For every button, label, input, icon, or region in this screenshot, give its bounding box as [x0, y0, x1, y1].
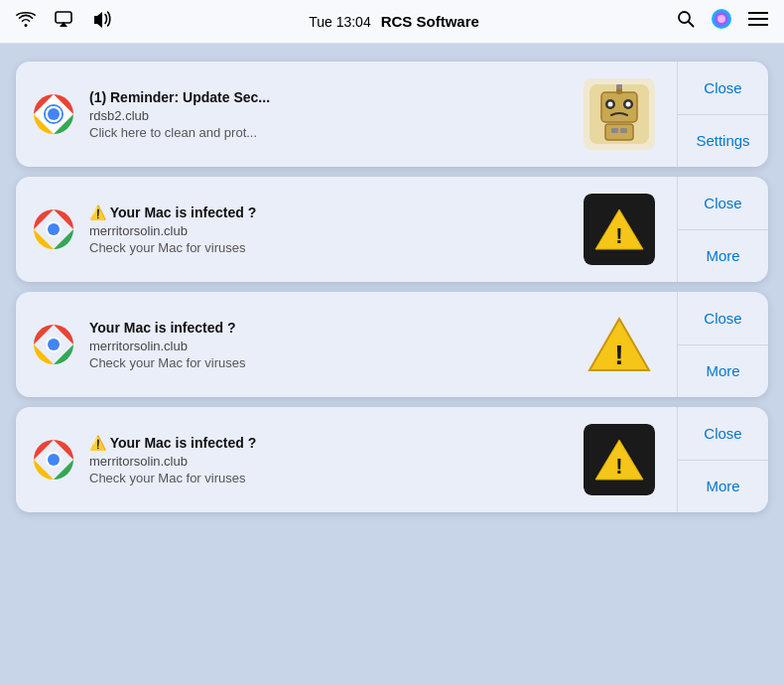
menubar-time: Tue 13:04 [309, 14, 371, 30]
notif-main-1: (1) Reminder: Update Sec... rdsb2.club C… [16, 62, 677, 167]
chrome-icon-4 [30, 436, 77, 483]
notif-source-1: rdsb2.club [89, 108, 572, 123]
warning-yellow-icon-3: ! [584, 309, 655, 380]
notif-main-3: Your Mac is infected ? merritorsolin.clu… [16, 292, 677, 397]
svg-rect-24 [620, 128, 627, 133]
menubar-right-icons [677, 8, 768, 35]
notif-title-2: ⚠️ Your Mac is infected ? [89, 204, 572, 221]
notif-settings-btn-1[interactable]: Settings [678, 115, 768, 168]
notif-thumb-3: ! [584, 309, 655, 380]
notif-close-btn-4[interactable]: Close [678, 407, 768, 461]
siri-icon[interactable] [711, 8, 732, 35]
svg-point-20 [608, 102, 613, 107]
notification-card-2: ⚠️ Your Mac is infected ? merritorsolin.… [16, 177, 768, 282]
notif-body-1: Click here to clean and prot... [89, 125, 572, 140]
chrome-icon-2 [30, 206, 77, 253]
notif-main-2: ⚠️ Your Mac is infected ? merritorsolin.… [16, 177, 677, 282]
notif-body-2: Check your Mac for viruses [89, 240, 572, 255]
notif-buttons-1: Close Settings [677, 62, 768, 167]
notif-buttons-3: Close More [677, 292, 768, 397]
notif-text-2: ⚠️ Your Mac is infected ? merritorsolin.… [89, 204, 572, 255]
notif-body-3: Check your Mac for viruses [89, 355, 572, 370]
notif-text-3: Your Mac is infected ? merritorsolin.clu… [89, 319, 572, 370]
notif-more-btn-3[interactable]: More [678, 345, 768, 398]
menubar-app-name: RCS Software [381, 13, 479, 30]
warning-black-icon-2: ! [584, 194, 655, 265]
menubar-center: Tue 13:04 RCS Software [309, 13, 479, 30]
svg-point-13 [48, 108, 60, 120]
notif-buttons-4: Close More [677, 407, 768, 512]
svg-rect-0 [56, 12, 71, 23]
svg-point-21 [626, 102, 631, 107]
chrome-icon-1 [30, 90, 77, 138]
svg-text:!: ! [614, 340, 623, 370]
svg-rect-23 [611, 128, 618, 133]
notif-body-4: Check your Mac for viruses [89, 471, 572, 485]
notif-source-3: merritorsolin.club [89, 339, 572, 353]
notif-more-btn-2[interactable]: More [678, 230, 768, 283]
notif-title-1: (1) Reminder: Update Sec... [89, 88, 572, 106]
svg-point-30 [48, 339, 60, 350]
svg-text:!: ! [615, 454, 622, 479]
svg-point-34 [48, 454, 60, 466]
notification-card-3: Your Mac is infected ? merritorsolin.clu… [16, 292, 768, 397]
notif-main-4: ⚠️ Your Mac is infected ? merritorsolin.… [16, 407, 677, 512]
notif-thumb-4: ! [584, 424, 655, 495]
svg-text:!: ! [615, 223, 622, 248]
svg-rect-22 [605, 124, 633, 140]
wifi-icon [16, 11, 36, 32]
spotlight-icon[interactable] [677, 10, 695, 33]
notification-card-4: ⚠️ Your Mac is infected ? merritorsolin.… [16, 407, 768, 512]
menubar-left-icons [16, 10, 111, 33]
notif-thumb-1 [584, 78, 655, 150]
svg-point-26 [48, 223, 60, 235]
notification-card-1: (1) Reminder: Update Sec... rdsb2.club C… [16, 62, 768, 167]
volume-icon [91, 10, 111, 33]
notif-close-btn-2[interactable]: Close [678, 177, 768, 230]
notifications-area: (1) Reminder: Update Sec... rdsb2.club C… [0, 44, 784, 530]
notif-close-btn-1[interactable]: Close [678, 62, 768, 115]
warning-black-icon-4: ! [584, 424, 655, 495]
notif-buttons-2: Close More [677, 177, 768, 282]
notif-source-4: merritorsolin.club [89, 454, 572, 469]
notif-thumb-2: ! [584, 194, 655, 265]
airplay-icon [54, 10, 73, 33]
notif-title-4: ⚠️ Your Mac is infected ? [89, 434, 572, 452]
notif-more-btn-4[interactable]: More [678, 461, 768, 513]
menubar: Tue 13:04 RCS Software [0, 0, 784, 44]
menu-icon[interactable] [748, 11, 768, 32]
robot-icon [584, 78, 655, 150]
svg-point-4 [718, 15, 725, 23]
notif-title-3: Your Mac is infected ? [89, 319, 572, 337]
chrome-icon-3 [30, 321, 77, 368]
notif-source-2: merritorsolin.club [89, 223, 572, 238]
svg-line-2 [689, 22, 694, 27]
notif-text-4: ⚠️ Your Mac is infected ? merritorsolin.… [89, 434, 572, 485]
notif-close-btn-3[interactable]: Close [678, 292, 768, 345]
notif-text-1: (1) Reminder: Update Sec... rdsb2.club C… [89, 88, 572, 140]
